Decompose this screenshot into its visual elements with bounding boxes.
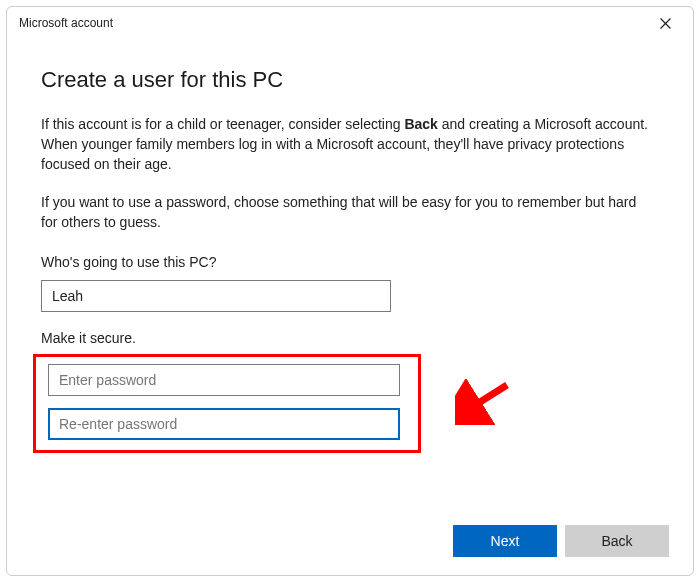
- next-button[interactable]: Next: [453, 525, 557, 557]
- password-input[interactable]: [48, 364, 400, 396]
- intro-paragraph-1-pre: If this account is for a child or teenag…: [41, 116, 404, 132]
- username-input[interactable]: [41, 280, 391, 312]
- dialog-window: Microsoft account Create a user for this…: [6, 6, 694, 576]
- close-button[interactable]: [647, 9, 683, 37]
- back-button[interactable]: Back: [565, 525, 669, 557]
- confirm-password-input[interactable]: [48, 408, 400, 440]
- password-group-highlight: [33, 354, 421, 453]
- titlebar: Microsoft account: [7, 7, 693, 39]
- intro-paragraph-1: If this account is for a child or teenag…: [41, 115, 651, 175]
- intro-paragraph-2: If you want to use a password, choose so…: [41, 193, 651, 233]
- close-icon: [660, 18, 671, 29]
- intro-paragraph-1-bold: Back: [404, 116, 437, 132]
- footer-buttons: Next Back: [453, 525, 669, 557]
- page-heading: Create a user for this PC: [41, 67, 659, 93]
- secure-label: Make it secure.: [41, 330, 659, 346]
- content-area: Create a user for this PC If this accoun…: [7, 39, 693, 575]
- username-label: Who's going to use this PC?: [41, 254, 659, 270]
- window-title: Microsoft account: [19, 16, 113, 30]
